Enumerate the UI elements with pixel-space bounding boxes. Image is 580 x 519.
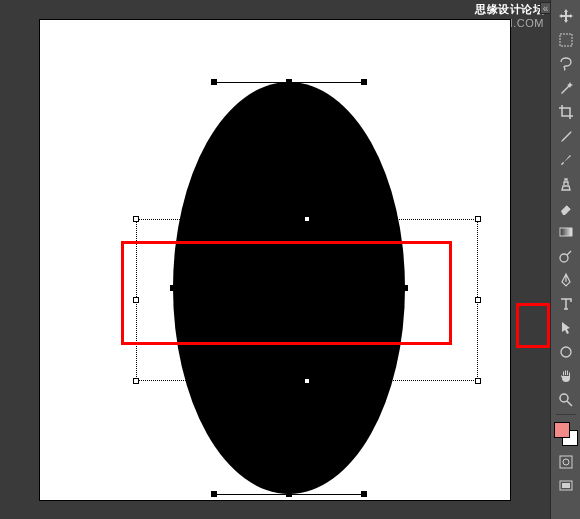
handle-tr[interactable] — [475, 216, 481, 222]
anchor-bottom-right[interactable] — [361, 491, 367, 497]
transform-bounding-box[interactable] — [136, 219, 478, 381]
svg-point-6 — [563, 459, 569, 465]
marquee-tool[interactable] — [554, 29, 578, 51]
handle-br[interactable] — [475, 378, 481, 384]
brush-tool[interactable] — [554, 149, 578, 171]
panel-collapse-arrow[interactable]: « — [540, 2, 550, 14]
svg-point-3 — [561, 347, 571, 357]
handle-ml[interactable] — [133, 297, 139, 303]
quick-mask-toggle[interactable] — [554, 451, 578, 473]
handle-tl[interactable] — [133, 216, 139, 222]
handle-bl[interactable] — [133, 378, 139, 384]
handle-mr[interactable] — [475, 297, 481, 303]
anchor-top-center[interactable] — [286, 79, 292, 85]
toolbar-separator — [556, 414, 576, 415]
screen-mode-toggle[interactable] — [554, 475, 578, 497]
crop-tool[interactable] — [554, 101, 578, 123]
svg-rect-8 — [562, 483, 570, 488]
annotation-red-box-toolbar — [516, 303, 550, 348]
zoom-tool[interactable] — [554, 389, 578, 411]
handle-bc[interactable] — [304, 378, 310, 384]
canvas[interactable] — [40, 20, 510, 500]
svg-rect-1 — [560, 228, 572, 236]
anchor-bottom-center[interactable] — [286, 491, 292, 497]
path-select-tool[interactable] — [554, 317, 578, 339]
hand-tool[interactable] — [554, 365, 578, 387]
watermark-line1: 思缘设计论坛 — [416, 2, 544, 17]
pen-tool[interactable] — [554, 269, 578, 291]
wand-tool[interactable] — [554, 77, 578, 99]
eraser-tool[interactable] — [554, 197, 578, 219]
shape-tool[interactable] — [554, 341, 578, 363]
svg-rect-0 — [560, 34, 572, 46]
clone-tool[interactable] — [554, 173, 578, 195]
anchor-bottom-left[interactable] — [211, 491, 217, 497]
svg-point-4 — [560, 394, 568, 402]
handle-tc[interactable] — [304, 216, 310, 222]
eyedropper-tool[interactable] — [554, 125, 578, 147]
anchor-top-right[interactable] — [361, 79, 367, 85]
lasso-tool[interactable] — [554, 53, 578, 75]
gradient-tool[interactable] — [554, 221, 578, 243]
color-swatches[interactable] — [553, 421, 579, 447]
type-tool[interactable] — [554, 293, 578, 315]
tools-panel — [550, 0, 580, 519]
anchor-top-left[interactable] — [211, 79, 217, 85]
svg-point-2 — [560, 254, 568, 262]
dodge-tool[interactable] — [554, 245, 578, 267]
foreground-color-swatch[interactable] — [554, 422, 570, 438]
move-tool[interactable] — [554, 5, 578, 27]
svg-rect-5 — [560, 456, 572, 468]
